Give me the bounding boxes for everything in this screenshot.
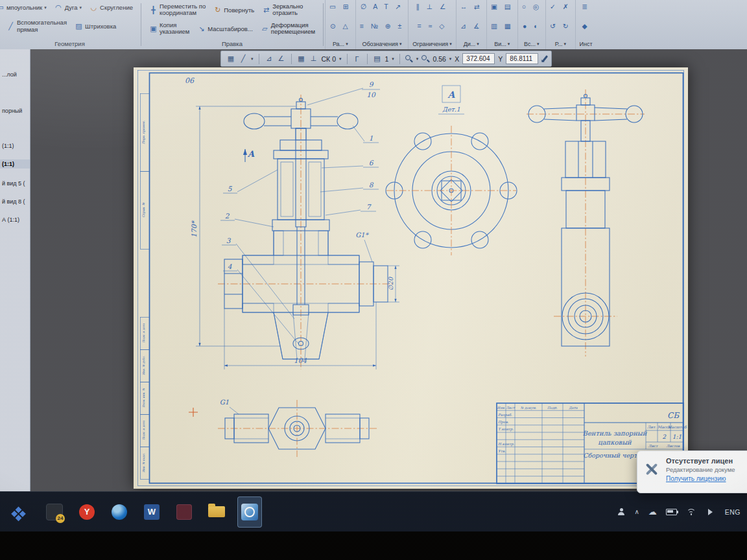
bottom-view[interactable]: G1 — [218, 399, 377, 457]
tree-item-view-selected[interactable]: (1:1) — [0, 159, 30, 169]
ribbon-icons-row[interactable]: ▥ ▦ — [491, 21, 514, 30]
tree-item-view5[interactable]: й вид 5 ( — [0, 179, 30, 188]
snap-triangle-icon[interactable]: ⊿ — [265, 54, 274, 63]
tree-item-view[interactable]: (1:1) — [0, 141, 30, 150]
taskbar-folder-icon[interactable] — [205, 497, 228, 527]
position-callouts[interactable]: 9 10 1 6 8 7 5 2 3 4 — [220, 80, 380, 344]
ribbon-icons-row[interactable]: ⊙ △ — [330, 21, 351, 30]
tree-item-document[interactable]: порный — [0, 106, 30, 115]
rotate-button[interactable]: ↻ Повернуть — [209, 5, 258, 16]
snap-angle-icon[interactable]: ∠ — [277, 54, 286, 63]
right-side-view[interactable] — [527, 89, 645, 356]
ribbon-divider — [323, 3, 324, 46]
taskbar-kompas-icon[interactable] — [237, 496, 262, 528]
mirror-button[interactable]: ⇄ Зеркальноотразить — [258, 2, 307, 18]
ribbon-divider — [141, 3, 141, 46]
pencil-icon[interactable]: ╱ — [239, 54, 248, 63]
ribbon-tab-groups: ▭ ⊞ ⊙ △ Ра...▾ ∅ A T ↗ ≡ № ⊕ ± Обозначен… — [325, 0, 747, 49]
fillet-tool-button[interactable]: ◡ Скругление — [86, 2, 137, 13]
rectangle-tool-button[interactable]: ▭ мпоугольник ▾ — [0, 2, 51, 13]
ribbon-tab-dimensions[interactable]: ↔ ⇄ ⊿ ∡ Ди...▾ — [456, 0, 486, 49]
ribbon-icons-row[interactable]: = ≈ ◇ — [418, 21, 447, 30]
ribbon-tab-insert[interactable]: ○ ◎ ● ◐ Вс...▾ — [517, 0, 545, 49]
people-icon[interactable] — [617, 508, 625, 515]
arc-icon: ◠ — [54, 3, 63, 12]
chevron-up-icon[interactable]: ∧ — [634, 509, 639, 515]
language-indicator[interactable]: ENG — [725, 508, 741, 516]
tree-item-view8[interactable]: й вид 8 ( — [0, 197, 30, 206]
mass-value: 2 — [662, 434, 667, 440]
ribbon-tab-designations[interactable]: ∅ A T ↗ ≡ № ⊕ ± Обозначения▾ — [355, 0, 409, 49]
cursor-y-field[interactable]: 86.8111 — [506, 53, 538, 64]
get-license-link[interactable]: Получить лицензию — [666, 475, 747, 482]
ribbon-icons-row[interactable]: ↔ ⇄ — [460, 2, 482, 11]
ribbon-tab-constraints[interactable]: ∥ ⊥ ∠ = ≈ ◇ Ограничения▾ — [408, 0, 455, 49]
ribbon-tab-edit2[interactable]: ✓ ✗ ↺ ↻ Р...▾ — [545, 0, 575, 49]
ribbon-icons-row[interactable]: ↺ ↻ — [550, 21, 571, 30]
auxiliary-line-button[interactable]: ╱ Вспомогательнаяпрямая — [3, 18, 71, 34]
chevron-down-icon: ▾ — [508, 41, 510, 47]
ribbon-icons-row[interactable]: ≡ № ⊕ ± — [360, 21, 405, 30]
taskbar-app-icon[interactable] — [172, 497, 196, 527]
coordinate-system-label[interactable]: СК 0 — [322, 55, 336, 63]
svg-text:Утв.: Утв. — [498, 449, 506, 453]
battery-icon[interactable] — [666, 509, 677, 515]
drawing-sheet[interactable]: 90 Перв. примен. Справ. № Подп. и дата И… — [134, 67, 688, 489]
ribbon-icons-row[interactable]: ● ◐ — [523, 21, 541, 30]
arc-tool-button[interactable]: ◠ Дуга ▾ — [51, 2, 86, 13]
eyedropper-icon[interactable] — [542, 55, 548, 62]
ribbon-icons-row[interactable]: ○ ◎ — [522, 2, 541, 11]
coordinate-system-icon[interactable]: ⊥ — [309, 54, 318, 63]
chevron-down-icon[interactable]: ▾ — [416, 56, 419, 62]
taskbar-word-icon[interactable]: W — [140, 497, 163, 527]
ortho-icon[interactable]: Γ — [353, 55, 362, 63]
zoom-tool-icon[interactable] — [405, 55, 413, 63]
ribbon-tab-views[interactable]: ▣ ▤ ▥ ▦ Ви...▾ — [486, 0, 517, 49]
svg-text:Листов: Листов — [667, 444, 681, 448]
view-origin-marker[interactable] — [189, 408, 198, 417]
ribbon-tab-tools[interactable]: ≣ ◆ Инст — [575, 0, 597, 49]
svg-text:Подп. и дата: Подп. и дата — [142, 421, 145, 440]
hatch-tool-button[interactable]: ▨ Штриховка — [71, 21, 120, 32]
svg-text:8: 8 — [369, 181, 374, 189]
copy-by-indication-button[interactable]: ▣ Копияуказанием — [145, 21, 193, 37]
current-layer-value[interactable]: 1 — [385, 55, 389, 63]
wifi-icon[interactable] — [686, 508, 696, 515]
grid-toggle-icon[interactable]: ▦ — [297, 54, 306, 63]
zoom-level-icon[interactable] — [421, 55, 429, 63]
cursor-x-field[interactable]: 372.604 — [462, 53, 495, 64]
ribbon-icons-row[interactable]: ▭ ⊞ — [329, 2, 351, 11]
tree-item-viewA[interactable]: А (1:1) — [0, 215, 30, 224]
top-view[interactable]: А Дет.1 — [386, 86, 517, 255]
move-by-coordinates-button[interactable]: ╋ Переместить покоординатам — [145, 2, 209, 18]
taskbar-dropbox-icon[interactable] — [10, 497, 34, 527]
chevron-down-icon[interactable]: ▾ — [392, 56, 394, 62]
selection-grid-icon[interactable]: ▦ — [226, 54, 235, 63]
taskbar-browser-icon[interactable] — [108, 497, 131, 527]
taskbar: 24 Y W ∧ ☁ ENG — [0, 491, 747, 531]
zoom-level-value[interactable]: 0.56 — [433, 55, 445, 63]
chevron-down-icon[interactable]: ▾ — [251, 56, 254, 62]
taskbar-yandex-icon[interactable]: Y — [75, 497, 99, 527]
ribbon-icons-row[interactable]: ◆ — [582, 21, 590, 30]
ribbon-icons-row[interactable]: ∅ A T ↗ — [361, 2, 404, 11]
ribbon-icons-row[interactable]: ≣ — [582, 2, 590, 11]
cloud-icon[interactable]: ☁ — [648, 508, 657, 516]
tree-item-layer[interactable]: ...лой — [0, 70, 30, 79]
ribbon-tab-raskroy[interactable]: ▭ ⊞ ⊙ △ Ра...▾ — [325, 0, 355, 49]
ribbon-icons-row[interactable]: ∥ ⊥ ∠ — [416, 2, 449, 11]
svg-text:Подп.: Подп. — [547, 406, 558, 410]
scale-button[interactable]: ↘ Масштабиров... — [193, 23, 256, 34]
license-notification[interactable]: Отсутствует лицен Редактирование докуме … — [637, 450, 747, 493]
deformation-button[interactable]: ▱ Деформацияперемещением — [257, 21, 319, 37]
section-arrow[interactable]: А — [245, 149, 255, 162]
drawing-canvas[interactable]: 90 Перв. примен. Справ. № Подп. и дата И… — [30, 49, 747, 491]
chevron-down-icon[interactable]: ▾ — [339, 56, 342, 62]
layers-icon[interactable]: ▤ — [373, 54, 382, 63]
ribbon-icons-row[interactable]: ✓ ✗ — [550, 2, 571, 11]
volume-icon[interactable] — [708, 509, 716, 515]
ribbon-icons-row[interactable]: ⊿ ∡ — [460, 21, 482, 30]
taskbar-mail-app-icon[interactable]: 24 — [43, 497, 66, 527]
ribbon-icons-row[interactable]: ▣ ▤ — [491, 2, 514, 11]
chevron-down-icon[interactable]: ▾ — [449, 56, 452, 62]
